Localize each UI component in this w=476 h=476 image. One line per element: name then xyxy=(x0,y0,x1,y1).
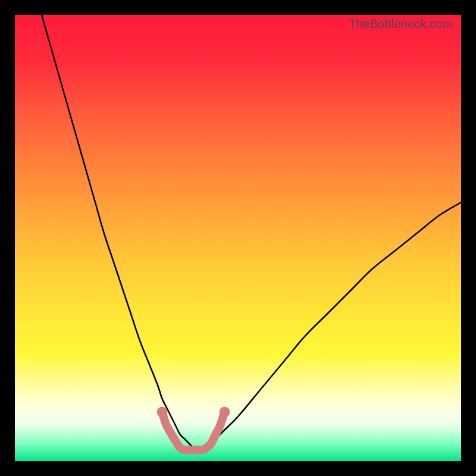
marker-dot xyxy=(220,407,230,418)
chart-svg xyxy=(15,15,461,461)
marker-dot xyxy=(157,407,168,418)
plot-area: TheBottleneck.com xyxy=(15,15,461,461)
bottleneck-curve xyxy=(42,15,461,450)
chart-root: TheBottleneck.com xyxy=(0,0,476,476)
